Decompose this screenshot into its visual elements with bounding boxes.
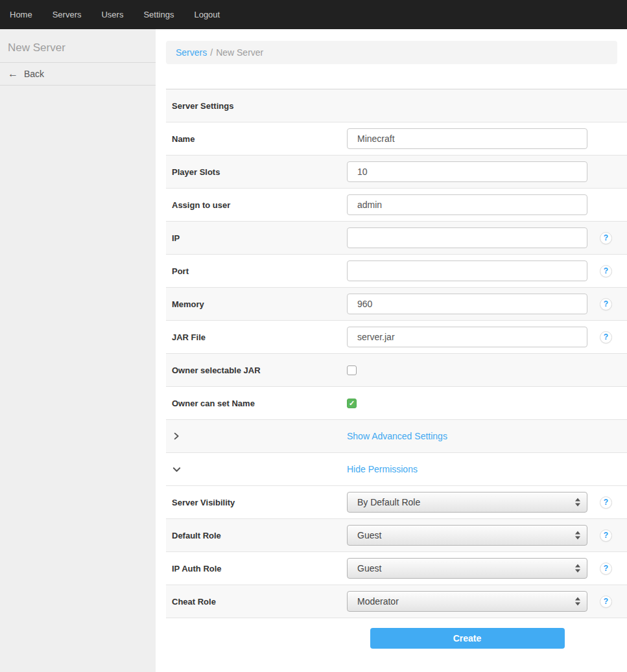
nav-servers[interactable]: Servers — [53, 10, 82, 19]
help-icon[interactable]: ? — [600, 298, 612, 310]
form-row-create: Create — [166, 618, 627, 658]
owner-selectable-jar-checkbox[interactable]: ✓ — [347, 365, 357, 375]
select-arrows-icon — [575, 498, 580, 507]
select-arrows-icon — [575, 564, 580, 573]
form-row-default-role: Default Role Guest ? — [166, 519, 627, 552]
nav-logout[interactable]: Logout — [194, 10, 220, 19]
nav-home[interactable]: Home — [10, 10, 32, 19]
field-label: Name — [166, 134, 347, 144]
name-input[interactable] — [347, 128, 587, 149]
form-row-server-visibility: Server Visibility By Default Role ? — [166, 486, 627, 519]
breadcrumb-separator: / — [210, 47, 213, 58]
field-label: Port — [166, 266, 347, 276]
cheat-role-select[interactable]: Moderator — [347, 591, 587, 612]
main-content: Servers / New Server Server Settings Nam… — [166, 29, 627, 658]
nav-users[interactable]: Users — [101, 10, 123, 19]
select-value: Moderator — [357, 596, 399, 607]
field-label: Default Role — [166, 531, 347, 540]
form-row-name: Name — [166, 122, 627, 156]
chevron-right-icon[interactable] — [166, 432, 347, 441]
help-icon[interactable]: ? — [600, 331, 612, 343]
form-row-advanced-toggle: Show Advanced Settings — [166, 420, 627, 453]
server-settings-form: Server Settings Name Player Slots Assign… — [166, 89, 627, 658]
help-icon[interactable]: ? — [600, 265, 612, 277]
hide-permissions-link[interactable]: Hide Permissions — [347, 464, 418, 474]
back-arrow-icon: ← — [8, 69, 18, 79]
ip-auth-role-select[interactable]: Guest — [347, 558, 587, 579]
jar-file-input[interactable] — [347, 327, 587, 347]
breadcrumb-current: New Server — [216, 47, 263, 58]
form-row-owner-can-set-name: Owner can set Name ✓ — [166, 387, 627, 420]
page-title: New Server — [0, 29, 156, 63]
form-row-jar-file: JAR File ? — [166, 321, 627, 354]
owner-can-set-name-checkbox[interactable]: ✓ — [347, 399, 357, 408]
field-label: IP — [166, 233, 347, 243]
chevron-down-icon[interactable] — [166, 465, 347, 474]
select-value: By Default Role — [357, 497, 420, 507]
create-button[interactable]: Create — [370, 628, 565, 649]
back-label: Back — [24, 69, 44, 79]
breadcrumb: Servers / New Server — [166, 41, 617, 64]
memory-input[interactable] — [347, 294, 587, 314]
port-input[interactable] — [347, 261, 587, 281]
form-row-permissions-toggle: Hide Permissions — [166, 453, 627, 486]
help-icon[interactable]: ? — [600, 529, 612, 542]
field-label: Memory — [166, 299, 347, 309]
breadcrumb-servers-link[interactable]: Servers — [176, 47, 207, 58]
field-label: Player Slots — [166, 167, 347, 177]
help-icon[interactable]: ? — [600, 232, 612, 244]
player-slots-input[interactable] — [347, 161, 587, 182]
field-label: Server Visibility — [166, 498, 347, 507]
select-arrows-icon — [575, 597, 580, 606]
field-label: Owner selectable JAR — [166, 365, 347, 375]
help-icon[interactable]: ? — [600, 596, 612, 608]
field-label: Assign to user — [166, 200, 347, 210]
nav-settings[interactable]: Settings — [143, 10, 174, 19]
sidebar: New Server ← Back — [0, 29, 156, 672]
form-row-owner-selectable-jar: Owner selectable JAR ✓ — [166, 354, 627, 387]
help-icon[interactable]: ? — [600, 496, 612, 509]
form-row-port: Port ? — [166, 255, 627, 288]
check-icon: ✓ — [349, 400, 355, 407]
form-row-cheat-role: Cheat Role Moderator ? — [166, 585, 627, 618]
default-role-select[interactable]: Guest — [347, 525, 587, 546]
form-row-memory: Memory ? — [166, 288, 627, 321]
select-value: Guest — [357, 530, 381, 540]
server-visibility-select[interactable]: By Default Role — [347, 492, 587, 513]
form-row-assign-to-user: Assign to user — [166, 189, 627, 222]
help-icon[interactable]: ? — [600, 562, 612, 575]
ip-input[interactable] — [347, 227, 587, 248]
form-section-header: Server Settings — [166, 89, 627, 122]
field-label: IP Auth Role — [166, 564, 347, 574]
form-row-ip-auth-role: IP Auth Role Guest ? — [166, 552, 627, 585]
show-advanced-settings-link[interactable]: Show Advanced Settings — [347, 431, 447, 441]
select-value: Guest — [357, 563, 381, 574]
section-title: Server Settings — [166, 101, 347, 111]
back-button[interactable]: ← Back — [0, 63, 156, 86]
field-label: JAR File — [166, 332, 347, 342]
field-label: Cheat Role — [166, 597, 347, 607]
top-navbar: Home Servers Users Settings Logout — [0, 0, 627, 29]
form-row-player-slots: Player Slots — [166, 156, 627, 189]
select-arrows-icon — [575, 531, 580, 540]
field-label: Owner can set Name — [166, 399, 347, 408]
assign-to-user-input[interactable] — [347, 194, 587, 215]
form-row-ip: IP ? — [166, 222, 627, 255]
